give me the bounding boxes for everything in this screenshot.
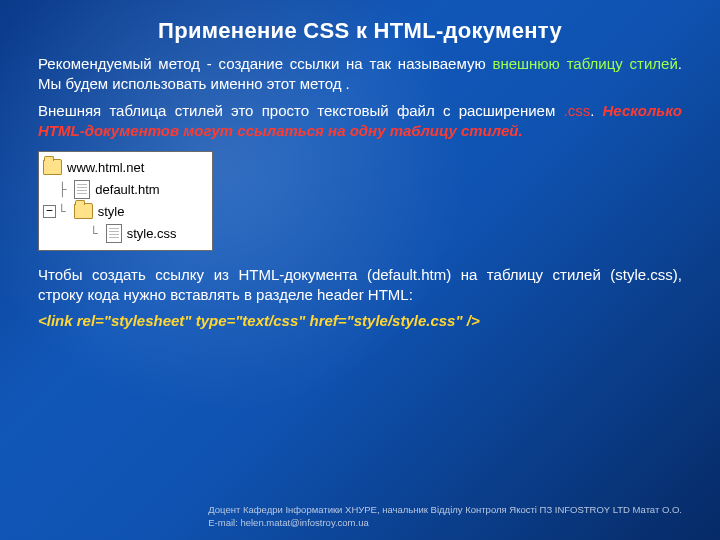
p2-text-a: Внешняя таблица стилей это просто тексто… (38, 102, 563, 119)
file-icon (106, 224, 122, 243)
tree-root-row: www.html.net (43, 156, 208, 178)
footer-credits: Доцент Кафедри Інформатики ХНУРЕ, началь… (208, 504, 682, 530)
code-line: <link rel="stylesheet" type="text/css" h… (38, 312, 682, 329)
paragraph-3: Чтобы создать ссылку из HTML-документа (… (38, 265, 682, 306)
p1-text-a: Рекомендуемый метод - создание ссылки на… (38, 55, 492, 72)
paragraph-2: Внешняя таблица стилей это просто тексто… (38, 101, 682, 142)
tree-connector: ├ (43, 182, 74, 197)
p1-highlight: внешнюю таблицу стилей (492, 55, 677, 72)
tree-expander[interactable]: − (43, 205, 56, 218)
tree-connector: └ (43, 226, 106, 241)
paragraph-1: Рекомендуемый метод - создание ссылки на… (38, 54, 682, 95)
tree-file1-label: default.htm (95, 182, 159, 197)
tree-file1-row: ├ default.htm (43, 178, 208, 200)
slide-title: Применение CSS к HTML-документу (38, 18, 682, 44)
file-tree: www.html.net ├ default.htm − └ style └ s… (38, 151, 213, 251)
p2-ext: .css (563, 102, 590, 119)
tree-file2-row: └ style.css (43, 222, 208, 244)
tree-folder-label: style (98, 204, 125, 219)
tree-file2-label: style.css (127, 226, 177, 241)
tree-folder-row: − └ style (43, 200, 208, 222)
slide: Применение CSS к HTML-документу Рекоменд… (0, 0, 720, 540)
tree-root-label: www.html.net (67, 160, 144, 175)
folder-icon (74, 203, 93, 219)
p2-text-c: . (590, 102, 602, 119)
file-icon (74, 180, 90, 199)
folder-icon (43, 159, 62, 175)
tree-connector: └ (58, 204, 74, 219)
